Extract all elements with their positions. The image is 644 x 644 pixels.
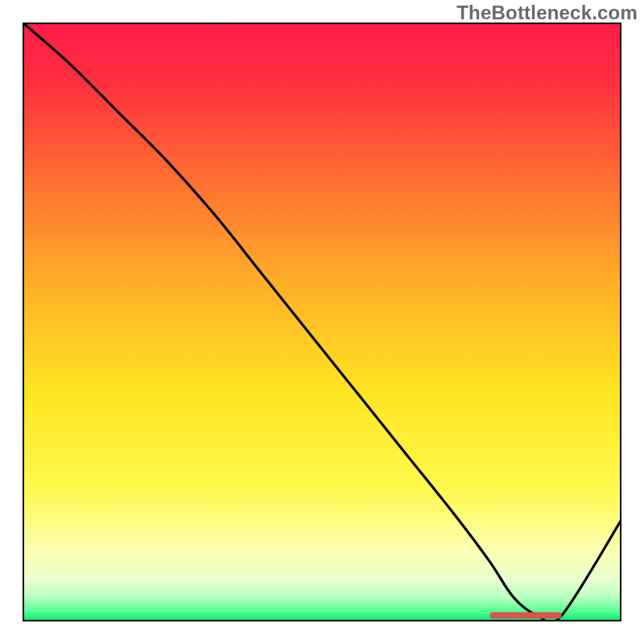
watermark-label: TheBottleneck.com: [456, 2, 638, 24]
plot-area: [23, 23, 621, 621]
optimal-band-marker: [489, 613, 561, 619]
chart-svg: [23, 23, 621, 621]
gradient-background: [23, 23, 621, 621]
chart-stage: TheBottleneck.com: [0, 0, 644, 644]
